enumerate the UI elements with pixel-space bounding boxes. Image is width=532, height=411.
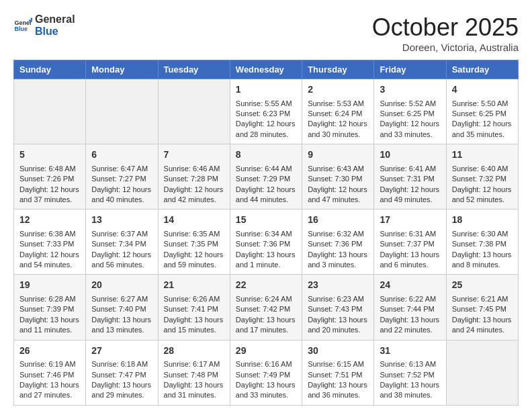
- day-number: 19: [19, 279, 80, 292]
- day-header-sunday: Sunday: [14, 60, 86, 79]
- day-info: Sunset: 7:30 PM: [308, 174, 368, 184]
- day-number: 12: [19, 214, 80, 227]
- day-number: 10: [380, 148, 440, 162]
- day-info: Daylight: 12 hours: [308, 119, 368, 129]
- calendar-cell: 28Sunrise: 6:17 AMSunset: 7:48 PMDayligh…: [158, 340, 230, 405]
- calendar-cell: 2Sunrise: 5:53 AMSunset: 6:24 PMDaylight…: [302, 79, 374, 144]
- day-info: Daylight: 12 hours: [452, 119, 513, 129]
- day-info: Daylight: 13 hours: [452, 315, 513, 325]
- day-info: Sunrise: 5:52 AM: [380, 99, 440, 109]
- day-info: and 37 minutes.: [19, 195, 80, 205]
- day-info: and 8 minutes.: [452, 260, 513, 270]
- day-info: and 31 minutes.: [164, 390, 224, 400]
- day-number: 15: [236, 214, 296, 227]
- day-number: 23: [308, 279, 368, 292]
- calendar-cell: 27Sunrise: 6:18 AMSunset: 7:47 PMDayligh…: [86, 340, 158, 405]
- day-info: Daylight: 12 hours: [452, 185, 513, 195]
- calendar-cell: 22Sunrise: 6:24 AMSunset: 7:42 PMDayligh…: [230, 275, 302, 340]
- calendar-cell: 29Sunrise: 6:16 AMSunset: 7:49 PMDayligh…: [230, 340, 302, 405]
- day-info: and 1 minute.: [236, 260, 296, 270]
- day-info: Sunrise: 5:53 AM: [308, 99, 368, 109]
- day-info: Sunset: 7:46 PM: [19, 370, 80, 380]
- day-info: and 17 minutes.: [236, 325, 296, 335]
- day-info: and 59 minutes.: [164, 260, 224, 270]
- day-info: and 44 minutes.: [236, 195, 296, 205]
- day-info: Sunset: 7:31 PM: [380, 174, 440, 184]
- day-info: and 29 minutes.: [91, 390, 152, 400]
- day-header-friday: Friday: [374, 60, 446, 79]
- day-info: Daylight: 12 hours: [236, 119, 296, 129]
- day-info: Sunset: 7:34 PM: [91, 239, 152, 249]
- day-number: 13: [91, 214, 152, 227]
- day-info: Sunrise: 6:32 AM: [308, 229, 368, 239]
- week-row-4: 19Sunrise: 6:28 AMSunset: 7:39 PMDayligh…: [14, 275, 519, 340]
- day-info: and 42 minutes.: [164, 195, 224, 205]
- calendar-cell: 8Sunrise: 6:44 AMSunset: 7:29 PMDaylight…: [230, 144, 302, 210]
- day-number: 26: [19, 345, 80, 358]
- day-number: 6: [91, 148, 152, 162]
- day-info: Sunset: 7:26 PM: [19, 174, 80, 184]
- day-info: Sunset: 6:23 PM: [236, 109, 296, 119]
- day-info: Sunrise: 6:31 AM: [380, 229, 440, 239]
- calendar-cell: [446, 340, 518, 405]
- day-info: Sunset: 7:44 PM: [380, 304, 440, 314]
- calendar-cell: 17Sunrise: 6:31 AMSunset: 7:37 PMDayligh…: [374, 210, 446, 275]
- calendar-cell: 19Sunrise: 6:28 AMSunset: 7:39 PMDayligh…: [14, 275, 86, 340]
- calendar-cell: 12Sunrise: 6:38 AMSunset: 7:33 PMDayligh…: [14, 210, 86, 275]
- day-header-tuesday: Tuesday: [158, 60, 230, 79]
- calendar-cell: 16Sunrise: 6:32 AMSunset: 7:36 PMDayligh…: [302, 210, 374, 275]
- day-info: Daylight: 12 hours: [164, 250, 224, 260]
- day-info: and 27 minutes.: [19, 390, 80, 400]
- day-number: 18: [452, 214, 513, 227]
- day-info: Sunrise: 6:41 AM: [380, 164, 440, 174]
- day-header-monday: Monday: [86, 60, 158, 79]
- day-info: and 15 minutes.: [164, 325, 224, 335]
- day-header-wednesday: Wednesday: [230, 60, 302, 79]
- day-info: Sunset: 7:42 PM: [236, 304, 296, 314]
- week-row-2: 5Sunrise: 6:48 AMSunset: 7:26 PMDaylight…: [14, 144, 519, 210]
- day-info: Daylight: 12 hours: [380, 119, 440, 129]
- calendar-body: 1Sunrise: 5:55 AMSunset: 6:23 PMDaylight…: [14, 79, 519, 406]
- calendar-cell: 21Sunrise: 6:26 AMSunset: 7:41 PMDayligh…: [158, 275, 230, 340]
- day-info: Daylight: 13 hours: [380, 380, 440, 390]
- week-row-1: 1Sunrise: 5:55 AMSunset: 6:23 PMDaylight…: [14, 79, 519, 144]
- day-info: Sunrise: 6:30 AM: [452, 229, 513, 239]
- calendar-cell: 30Sunrise: 6:15 AMSunset: 7:51 PMDayligh…: [302, 340, 374, 405]
- week-row-5: 26Sunrise: 6:19 AMSunset: 7:46 PMDayligh…: [14, 340, 519, 405]
- day-info: Sunrise: 6:44 AM: [236, 164, 296, 174]
- day-info: Sunrise: 6:18 AM: [91, 359, 152, 369]
- day-info: and 49 minutes.: [380, 195, 440, 205]
- calendar-cell: 11Sunrise: 6:40 AMSunset: 7:32 PMDayligh…: [446, 144, 518, 210]
- calendar-cell: 15Sunrise: 6:34 AMSunset: 7:36 PMDayligh…: [230, 210, 302, 275]
- day-number: 20: [91, 279, 152, 292]
- day-info: Daylight: 13 hours: [236, 380, 296, 390]
- day-info: Daylight: 13 hours: [164, 315, 224, 325]
- day-info: Sunrise: 6:37 AM: [91, 229, 152, 239]
- month-title: October 2025: [372, 13, 519, 42]
- logo-text-line2: Blue: [35, 26, 75, 38]
- day-info: Sunset: 6:25 PM: [380, 109, 440, 119]
- day-info: Sunset: 7:29 PM: [236, 174, 296, 184]
- day-number: 3: [380, 83, 440, 97]
- day-info: Sunrise: 6:27 AM: [91, 294, 152, 304]
- calendar-cell: 23Sunrise: 6:23 AMSunset: 7:43 PMDayligh…: [302, 275, 374, 340]
- day-info: Sunset: 6:25 PM: [452, 109, 513, 119]
- day-number: 8: [236, 148, 296, 162]
- day-number: 5: [19, 148, 80, 162]
- day-info: Sunrise: 6:15 AM: [308, 359, 368, 369]
- day-number: 27: [91, 345, 152, 358]
- logo: General Blue General Blue: [13, 13, 75, 38]
- day-number: 29: [236, 345, 296, 358]
- day-info: Sunrise: 6:17 AM: [164, 359, 224, 369]
- day-number: 21: [164, 279, 224, 292]
- day-info: and 33 minutes.: [236, 390, 296, 400]
- day-info: and 54 minutes.: [19, 260, 80, 270]
- calendar-cell: 25Sunrise: 6:21 AMSunset: 7:45 PMDayligh…: [446, 275, 518, 340]
- calendar-cell: 24Sunrise: 6:22 AMSunset: 7:44 PMDayligh…: [374, 275, 446, 340]
- day-info: Sunset: 7:28 PM: [164, 174, 224, 184]
- day-info: Sunset: 7:49 PM: [236, 370, 296, 380]
- day-info: Sunrise: 6:48 AM: [19, 164, 80, 174]
- day-info: Sunset: 7:45 PM: [452, 304, 513, 314]
- day-info: Sunrise: 6:35 AM: [164, 229, 224, 239]
- day-info: Sunset: 7:36 PM: [236, 239, 296, 249]
